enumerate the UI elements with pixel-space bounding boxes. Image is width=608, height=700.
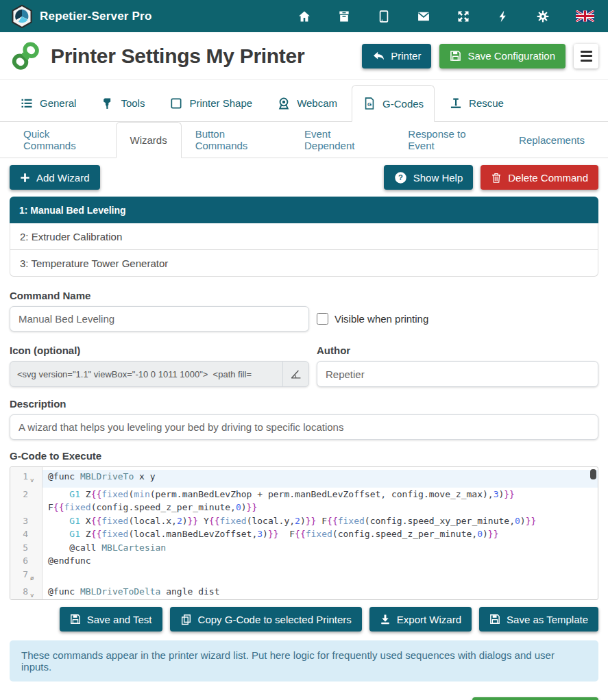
save-configuration-button[interactable]: Save Configuration xyxy=(439,44,566,68)
empty-line-marker: ø xyxy=(28,568,38,586)
line-number: 4 xyxy=(10,527,28,541)
square-icon xyxy=(169,97,183,110)
visible-when-printing-checkbox[interactable] xyxy=(317,313,328,325)
fold-arrow-icon[interactable]: v xyxy=(28,585,38,600)
uk-flag-icon[interactable] xyxy=(575,9,594,23)
floppy-icon xyxy=(70,614,81,625)
copy-gcode-button[interactable]: Copy G-Code to selected Printers xyxy=(170,607,362,632)
editor-scrollbar[interactable] xyxy=(590,469,596,479)
page-title: Printer Settings My Printer xyxy=(51,45,304,68)
code-line[interactable]: 8v@func MBLDriveToDelta angle dist xyxy=(10,585,598,600)
command-name-input[interactable] xyxy=(10,306,309,332)
chain-link-icon xyxy=(10,40,41,72)
line-number: 1 xyxy=(10,470,28,488)
wizard-item-manual-bed-leveling[interactable]: 1: Manual Bed Leveling xyxy=(10,197,598,223)
show-help-button[interactable]: ? Show Help xyxy=(384,165,474,190)
wizard-item-extruder-calibration[interactable]: 2: Extruder Calibration xyxy=(10,223,598,250)
question-icon: ? xyxy=(394,171,407,184)
messages-icon[interactable] xyxy=(416,9,430,23)
tab-general[interactable]: General xyxy=(10,85,86,121)
save-and-test-button[interactable]: Save and Test xyxy=(60,607,162,632)
brand[interactable]: Repetier-Server Pro xyxy=(11,5,151,28)
tab-printer-shape[interactable]: Printer Shape xyxy=(159,85,263,121)
gcode-editor-lines: 1v@func MBLDriveTo x y2 G1 Z{{fixed(min(… xyxy=(10,467,598,600)
top-navbar: Repetier-Server Pro xyxy=(0,0,608,32)
tab-rescue[interactable]: Rescue xyxy=(439,85,514,121)
subtab-wizards[interactable]: Wizards xyxy=(116,122,182,158)
tab-webcam[interactable]: Webcam xyxy=(267,85,348,121)
gutter-cell: 1v xyxy=(10,470,42,488)
line-number: 8 xyxy=(10,585,28,600)
line-number: 7 xyxy=(10,568,28,586)
rescue-icon xyxy=(449,97,463,110)
subtab-event-dependent[interactable]: Event Dependent xyxy=(291,122,394,158)
code-line[interactable]: 5 @call MBLCartesian xyxy=(10,541,598,555)
visible-when-printing-label: Visible when printing xyxy=(335,313,428,325)
code-line[interactable]: 4 G1 Z{{fixed(local.manBedLevZoffset,3)}… xyxy=(10,527,598,541)
fold-arrow-icon[interactable]: v xyxy=(28,470,38,488)
download-icon xyxy=(380,614,391,625)
tablet-icon[interactable] xyxy=(376,9,391,23)
navbar-icons xyxy=(297,9,597,23)
bolt-icon[interactable] xyxy=(496,9,510,23)
gutter-cell: 2 xyxy=(10,488,42,514)
page-header: Printer Settings My Printer Printer Save… xyxy=(0,32,608,80)
floppy-icon xyxy=(450,50,461,62)
code-line[interactable]: 7ø xyxy=(10,568,598,586)
command-name-label: Command Name xyxy=(10,290,309,301)
subtab-quick-commands[interactable]: Quick Commands xyxy=(10,122,116,158)
printer-box-icon[interactable] xyxy=(337,9,351,23)
footer-actions: Save Configuration xyxy=(0,682,608,700)
export-wizard-button[interactable]: Export Wizard xyxy=(369,607,472,632)
delete-command-button[interactable]: Delete Command xyxy=(481,165,598,190)
code-line[interactable]: 3 G1 X{{fixed(local.x,2)}} Y{{fixed(loca… xyxy=(10,514,598,528)
wizard-item-temperature-tower[interactable]: 3: Temperature Tower Generator xyxy=(10,250,598,277)
gutter-cell: 5 xyxy=(10,541,42,555)
tab-g-codes[interactable]: G G-Codes xyxy=(352,85,435,122)
repetier-logo-icon xyxy=(11,5,33,28)
add-wizard-button[interactable]: Add Wizard xyxy=(10,165,100,190)
icon-field-group xyxy=(10,361,309,387)
author-input[interactable] xyxy=(317,361,598,387)
back-arrow-icon xyxy=(372,50,385,62)
code-line[interactable]: 1v@func MBLDriveTo x y xyxy=(10,470,598,488)
menu-button[interactable] xyxy=(574,44,598,68)
line-number: 3 xyxy=(10,514,28,528)
icon-preview-button[interactable] xyxy=(282,362,308,386)
expand-arrows-icon[interactable] xyxy=(456,9,470,23)
trash-icon xyxy=(491,172,502,184)
sub-tabs: Quick Commands Wizards Button Commands E… xyxy=(0,122,608,158)
main-tabs: General Tools Printer Shape Webcam G G-C… xyxy=(0,85,608,122)
code-line[interactable]: 6@endfunc xyxy=(10,554,598,568)
home-icon[interactable] xyxy=(297,9,311,23)
gutter-cell: 6 xyxy=(10,554,42,568)
hamburger-icon xyxy=(581,51,592,62)
code-line[interactable]: 2 G1 Z{{fixed(min(perm.manBedLevZhop + p… xyxy=(10,488,598,514)
bottom-actions: Save and Test Copy G-Code to selected Pr… xyxy=(0,600,608,632)
icon-input[interactable] xyxy=(10,362,282,386)
subtab-replacements[interactable]: Replacements xyxy=(505,122,598,158)
printer-button[interactable]: Printer xyxy=(362,44,431,68)
gcode-editor[interactable]: 1v@func MBLDriveTo x y2 G1 Z{{fixed(min(… xyxy=(10,466,598,600)
wizard-form: Command Name Visible when printing Icon … xyxy=(0,277,608,600)
svg-text:G: G xyxy=(367,101,372,108)
gcode-file-icon: G xyxy=(363,97,376,110)
brand-name: Repetier-Server Pro xyxy=(40,10,151,23)
info-text: These commands appear in the printer wiz… xyxy=(21,649,555,673)
description-label: Description xyxy=(10,398,598,410)
subtab-response-to-event[interactable]: Response to Event xyxy=(394,122,505,158)
wizard-list: 1: Manual Bed Leveling 2: Extruder Calib… xyxy=(10,197,598,277)
gutter-cell: 7ø xyxy=(10,568,42,586)
save-as-template-button[interactable]: Save as Template xyxy=(479,607,598,632)
line-number: 6 xyxy=(10,554,28,568)
description-input[interactable] xyxy=(10,414,598,440)
footer-save-configuration-button[interactable]: Save Configuration xyxy=(472,697,598,700)
copy-icon xyxy=(180,614,192,625)
visible-when-printing-field: Visible when printing xyxy=(317,306,428,332)
floppy-icon xyxy=(489,614,500,625)
subtab-button-commands[interactable]: Button Commands xyxy=(182,122,291,158)
extruder-icon xyxy=(101,97,114,110)
gear-icon[interactable] xyxy=(535,9,550,23)
tab-tools[interactable]: Tools xyxy=(90,85,155,121)
webcam-icon xyxy=(277,97,291,110)
